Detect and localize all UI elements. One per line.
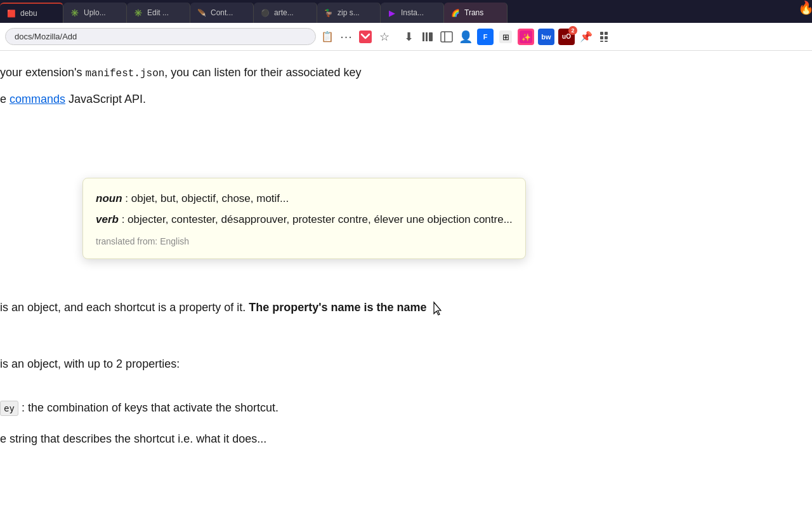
tab-cont[interactable]: 🪶 Cont...	[190, 3, 254, 23]
more-tools-icon[interactable]: ···	[339, 29, 354, 44]
text-suffix: JavaScript API.	[69, 93, 146, 105]
tab-trans-label: Trans	[464, 8, 483, 17]
body-text-3: ey : the combination of keys that activa…	[0, 399, 774, 417]
magic-icon[interactable]: ✨	[518, 29, 534, 45]
tab-arte[interactable]: ⚫ arte...	[254, 3, 317, 23]
tab-zip[interactable]: 🦆 zip s...	[317, 3, 381, 23]
tab-trans[interactable]: 🌈 Trans	[444, 3, 508, 23]
tab-bar: 🟥 debu ✳️ Uplo... ✳️ Edit ... 🪶 Cont... …	[0, 0, 812, 23]
tab-cont-label: Cont...	[211, 8, 233, 17]
ublock-badge: 2	[568, 26, 577, 35]
key-ey: ey	[0, 401, 18, 416]
library-icon[interactable]	[420, 29, 435, 44]
sidebar-icon[interactable]	[439, 29, 454, 44]
noun-text: : objet, but, objectif, chose, motif...	[125, 192, 289, 204]
tab-arte-label: arte...	[274, 8, 294, 17]
svg-text:✨: ✨	[521, 32, 531, 42]
extension-icons: ⬇ 👤 F ⊞	[401, 29, 613, 45]
translation-verb-line: verb : objecter, contester, désapprouver…	[96, 211, 513, 229]
from-label: translated from:	[96, 236, 157, 246]
tab-insta[interactable]: ▶ Insta...	[381, 3, 444, 23]
tab-edit-icon: ✳️	[133, 8, 143, 18]
tab-debug-icon: 🟥	[6, 8, 16, 18]
tab-insta-icon: ▶	[387, 8, 397, 18]
tab-debug-label: debu	[20, 9, 37, 18]
svg-rect-17	[605, 41, 608, 42]
bw-icon[interactable]: bw	[538, 29, 554, 45]
puzzle-icon[interactable]: ⊞	[497, 29, 514, 45]
tab-edit-label: Edit ...	[147, 8, 169, 17]
download-icon[interactable]: ⬇	[401, 29, 416, 44]
reader-mode-icon[interactable]: 📋	[320, 29, 335, 44]
body-text-2: is an object, with up to 2 properties:	[0, 355, 774, 373]
extensions-grid-icon[interactable]	[598, 29, 613, 44]
address-input[interactable]: docs/Mozilla/Add	[5, 28, 316, 45]
tab-upload-label: Uplo...	[84, 8, 106, 17]
tab-cont-icon: 🪶	[197, 8, 207, 18]
translation-popup: noun : objet, but, objectif, chose, moti…	[82, 178, 526, 259]
svg-text:⊞: ⊞	[502, 32, 509, 42]
svg-rect-4	[441, 32, 452, 42]
svg-rect-15	[605, 36, 608, 39]
tab-upload-icon: ✳️	[70, 8, 80, 18]
tab-upload[interactable]: ✳️ Uplo...	[63, 3, 127, 23]
text-prefix: e	[0, 93, 10, 105]
address-bar: docs/Mozilla/Add 📋 ··· ☆ ⬇ 👤	[0, 23, 812, 51]
tab-insta-label: Insta...	[401, 8, 424, 17]
body-text-4: e string that describes the shortcut i.e…	[0, 430, 774, 448]
text-manifest: your extension's manifest.json, you can …	[0, 66, 362, 79]
translation-noun-line: noun : objet, but, objectif, chose, moti…	[96, 190, 513, 208]
svg-rect-12	[600, 32, 603, 35]
svg-rect-3	[429, 32, 433, 41]
bookmark-icon[interactable]: ☆	[377, 29, 392, 44]
pin-icon[interactable]: 📌	[579, 29, 594, 44]
tab-edit[interactable]: ✳️ Edit ...	[127, 3, 190, 23]
svg-rect-2	[426, 32, 428, 41]
page-text-line1: your extension's manifest.json, you can …	[0, 64, 774, 83]
svg-rect-1	[422, 32, 424, 41]
account-icon[interactable]: 👤	[458, 29, 473, 44]
svg-marker-18	[434, 302, 441, 315]
mouse-cursor	[433, 301, 442, 316]
ublock-icon[interactable]: uO 2	[558, 29, 575, 45]
svg-text:F: F	[483, 33, 488, 41]
svg-rect-14	[600, 36, 603, 39]
svg-rect-16	[600, 41, 603, 42]
verb-text: : objecter, contester, désapprouver, pro…	[122, 213, 513, 225]
body-text-3-text: : the combination of keys that activate …	[22, 401, 278, 414]
body-text-4-text: e string that describes the shortcut i.e…	[0, 432, 266, 445]
from-lang: English	[160, 236, 189, 246]
tab-arte-icon: ⚫	[260, 8, 270, 18]
tab-zip-label: zip s...	[337, 8, 360, 17]
svg-rect-0	[359, 30, 372, 43]
svg-rect-13	[605, 32, 608, 35]
firefox-sync-icon[interactable]: F	[477, 29, 494, 45]
tab-debug[interactable]: 🟥 debu	[0, 3, 63, 23]
firefox-menu-icon[interactable]: 🔥	[799, 3, 812, 13]
translation-from: translated from: English	[96, 234, 513, 250]
body-text-1-bold: The property's name is the name	[249, 301, 426, 314]
pocket-icon[interactable]	[358, 29, 373, 44]
page-text-line2: e commands JavaScript API.	[0, 90, 774, 109]
body-text-2-text: is an object, with up to 2 properties:	[0, 358, 180, 370]
body-text-1-prefix: is an object, and each shortcut is a pro…	[0, 301, 246, 314]
noun-label: noun	[96, 192, 122, 204]
tab-zip-icon: 🦆	[324, 8, 334, 18]
tab-trans-icon: 🌈	[450, 8, 461, 18]
verb-label: verb	[96, 213, 119, 225]
page-content: your extension's manifest.json, you can …	[0, 51, 812, 469]
commands-link[interactable]: commands	[10, 93, 65, 105]
